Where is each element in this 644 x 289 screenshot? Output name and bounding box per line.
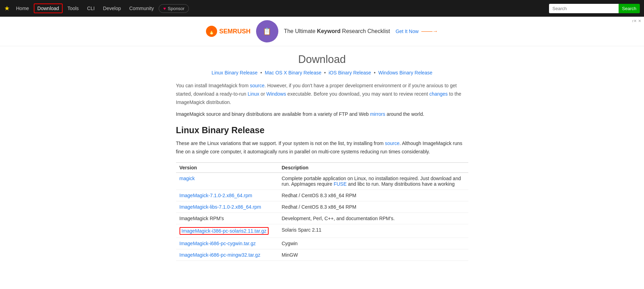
table-cell-desc: Redhat / CentOS 8.3 x86_64 RPM <box>278 190 468 201</box>
semrush-logo: 🔥 SEMRUSH <box>206 26 251 37</box>
col-header-version: Version <box>176 162 278 172</box>
table-row: ImageMagick-libs-7.1.0-2.x86_64.rpmRedha… <box>176 201 468 212</box>
ad-close-buttons: r✕ ✕ <box>632 19 641 23</box>
table-row: ImageMagick RPM'sDevelopment, Perl, C++,… <box>176 212 468 224</box>
sponsor-button[interactable]: ♥ Sponsor <box>159 4 189 13</box>
table-cell-desc: MinGW <box>278 249 468 260</box>
table-cell-version: magick <box>176 172 278 190</box>
linux-section-title: Linux Binary Release <box>176 125 468 135</box>
binary-release-links: Linux Binary Release • Mac OS X Binary R… <box>176 70 468 75</box>
search-button[interactable]: Search <box>619 4 640 13</box>
mirrors-paragraph: ImageMagick source and binary distributi… <box>176 111 468 117</box>
col-header-desc: Description <box>278 162 468 172</box>
search-area: Search <box>549 4 640 13</box>
table-cell-desc: Cygwin <box>278 238 468 249</box>
table-row: magickComplete portable application on L… <box>176 172 468 190</box>
search-input[interactable] <box>549 4 619 13</box>
ad-banner: 🔥 SEMRUSH 📋 The Ultimate Keyword Researc… <box>0 17 644 46</box>
table-cell-desc: Solaris Sparc 2.11 <box>278 224 468 238</box>
heart-icon: ♥ <box>163 6 166 11</box>
version-link[interactable]: ImageMagick-i686-pc-cygwin.tar.gz <box>180 241 256 246</box>
semrush-icon: 🔥 <box>206 26 217 37</box>
fuse-link[interactable]: FUSE <box>334 181 347 187</box>
semrush-brand: SEMRUSH <box>219 28 251 35</box>
windows-binary-link[interactable]: Windows Binary Release <box>378 70 432 75</box>
nav-download[interactable]: Download <box>34 3 62 13</box>
linux-exec-link[interactable]: Linux <box>248 91 259 97</box>
ios-binary-link[interactable]: iOS Binary Release <box>328 70 371 75</box>
intro-paragraph: You can install ImageMagick from source.… <box>176 82 468 106</box>
changes-link[interactable]: changes <box>429 91 448 97</box>
ad-cta-link[interactable]: Get It Now ——→ <box>396 28 438 34</box>
ad-close-icon[interactable]: ✕ <box>638 19 641 23</box>
table-cell-version: ImageMagick-7.1.0-2.x86_64.rpm <box>176 190 278 201</box>
sep2: • <box>324 70 327 75</box>
table-row: ImageMagick-7.1.0-2.x86_64.rpmRedhat / C… <box>176 190 468 201</box>
version-link[interactable]: ImageMagick-libs-7.1.0-2.x86_64.rpm <box>180 204 261 210</box>
ad-text-block: The Ultimate Keyword Research Checklist <box>284 28 390 34</box>
source-link1[interactable]: source <box>250 83 264 88</box>
table-cell-desc: Redhat / CentOS 8.3 x86_64 RPM <box>278 201 468 212</box>
version-link[interactable]: ImageMagick-i686-pc-mingw32.tar.gz <box>180 252 261 258</box>
table-row: ImageMagick-i386-pc-solaris2.11.tar.gzSo… <box>176 224 468 238</box>
table-cell-version: ImageMagick-libs-7.1.0-2.x86_64.rpm <box>176 201 278 212</box>
table-cell-version: ImageMagick-i386-pc-solaris2.11.tar.gz <box>176 224 278 238</box>
sep3: • <box>374 70 377 75</box>
version-link[interactable]: magick <box>180 176 195 181</box>
navbar: ★ Home Download Tools CLI Develop Commun… <box>0 0 644 17</box>
sep1: • <box>260 70 263 75</box>
table-cell-desc: Development, Perl, C++, and documentatio… <box>278 212 468 224</box>
nav-tools[interactable]: Tools <box>64 3 82 13</box>
linux-binary-link[interactable]: Linux Binary Release <box>212 70 257 75</box>
nav-cli[interactable]: CLI <box>84 3 98 13</box>
table-row: ImageMagick-i686-pc-cygwin.tar.gzCygwin <box>176 238 468 249</box>
sponsor-label: Sponsor <box>168 6 184 11</box>
linux-section-desc: These are the Linux variations that we s… <box>176 139 468 156</box>
version-link[interactable]: ImageMagick-7.1.0-2.x86_64.rpm <box>180 193 252 198</box>
main-content: Download Linux Binary Release • Mac OS X… <box>166 46 479 275</box>
arrow-icon: ——→ <box>421 28 438 34</box>
mac-binary-link[interactable]: Mac OS X Binary Release <box>265 70 321 75</box>
table-row: ImageMagick-i686-pc-mingw32.tar.gzMinGW <box>176 249 468 260</box>
ad-title: The Ultimate Keyword Research Checklist <box>284 28 390 34</box>
table-cell-version: ImageMagick-i686-pc-mingw32.tar.gz <box>176 249 278 260</box>
nav-community[interactable]: Community <box>126 3 157 13</box>
windows-exec-link[interactable]: Windows <box>266 91 286 97</box>
source-link2[interactable]: source <box>385 141 399 146</box>
version-link[interactable]: ImageMagick-i386-pc-solaris2.11.tar.gz <box>180 227 269 235</box>
nav-home[interactable]: Home <box>13 3 32 13</box>
ad-illustration: 📋 <box>256 20 278 42</box>
page-title: Download <box>176 53 468 66</box>
download-table: Version Description magickComplete porta… <box>176 162 468 261</box>
mirrors-link[interactable]: mirrors <box>370 111 385 117</box>
table-cell-version: ImageMagick-i686-pc-cygwin.tar.gz <box>176 238 278 249</box>
ad-report-icon[interactable]: r✕ <box>632 19 637 23</box>
table-cell-desc: Complete portable application on Linux, … <box>278 172 468 190</box>
nav-develop[interactable]: Develop <box>100 3 124 13</box>
table-cell-version: ImageMagick RPM's <box>176 212 278 224</box>
star-icon: ★ <box>4 5 10 12</box>
